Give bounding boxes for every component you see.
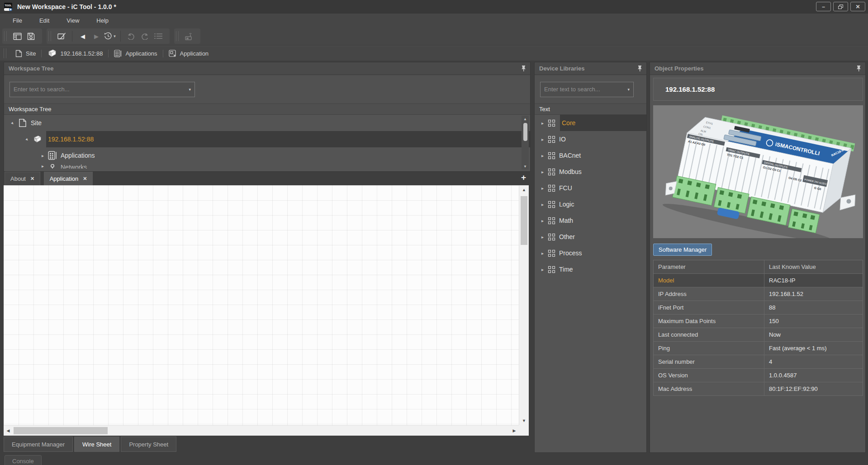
pin-icon[interactable] [637,65,643,72]
tab-close-icon[interactable]: ✕ [30,176,34,182]
scrollbar-thumb[interactable] [523,123,527,141]
wire-sheet-canvas[interactable] [4,185,519,425]
library-item-time[interactable]: ▸ Time [535,261,646,277]
expander-icon[interactable]: ▸ [39,153,46,158]
breadcrumb-grip[interactable] [4,48,6,58]
expander-icon[interactable]: ▸ [539,121,546,126]
pin-icon[interactable] [521,65,526,72]
button-label: Software Manager [659,246,707,253]
breadcrumb-applications[interactable]: Applications [114,50,157,57]
library-item-math[interactable]: ▸ Math [535,212,646,229]
breadcrumb-site[interactable]: Site [15,50,36,57]
expander-icon[interactable]: ▸ [539,186,546,191]
search-dropdown-caret[interactable]: ▾ [627,87,630,92]
scrollbar-thumb[interactable] [521,196,527,245]
menu-edit[interactable]: Edit [39,17,49,24]
expander-icon[interactable]: ▸ [23,135,31,143]
menu-file[interactable]: File [13,17,22,24]
edit-wire-sheet-button[interactable] [55,30,68,42]
tab-equipment-manager[interactable]: Equipment Manager [4,437,73,452]
table-row-last-connected[interactable]: Last connected Now [654,328,863,342]
tab-close-icon[interactable]: ✕ [83,176,87,182]
navigate-forward-button[interactable]: ▶ [90,30,103,42]
table-row-mac-address[interactable]: Mac Address 80:1F:12:EF:92:90 [654,382,863,396]
expander-icon[interactable]: ▸ [539,235,546,240]
table-row-model[interactable]: Model RAC18-IP [654,274,863,287]
param-value: RAC18-IP [764,274,863,287]
library-item-other[interactable]: ▸ Other [535,229,646,245]
library-item-bacnet[interactable]: ▸ BACnet [535,147,646,164]
menu-view[interactable]: View [66,17,79,24]
menu-help[interactable]: Help [96,17,109,24]
expander-icon[interactable]: ▸ [39,164,46,169]
scrollbar-thumb[interactable] [14,427,108,434]
table-row-ip-address[interactable]: IP Address 192.168.1.52 [654,287,863,301]
expander-icon[interactable]: ▸ [539,267,546,272]
scroll-left-arrow[interactable]: ◀ [4,426,13,436]
workspace-tree-scrollbar[interactable]: ▲ ▼ [522,116,529,169]
history-button[interactable]: ▾ [103,30,117,42]
table-row-ping[interactable]: Ping Fast (average < 1 ms) [654,342,863,355]
scroll-up-arrow[interactable]: ▲ [523,116,527,122]
expander-icon[interactable]: ▸ [539,153,546,158]
pin-icon[interactable] [856,65,862,72]
software-manager-button[interactable]: Software Manager [653,244,712,256]
toolbar-grip[interactable] [48,31,51,41]
undo-button[interactable] [124,30,138,42]
library-item-fcu[interactable]: ▸ FCU [535,180,646,196]
save-workspace-button[interactable] [24,30,38,42]
expander-icon[interactable]: ▸ [539,218,546,223]
tab-property-sheet[interactable]: Property Sheet [121,437,176,452]
library-search-input[interactable] [544,86,627,93]
tree-node-applications[interactable]: ▸ Applications [4,147,530,164]
restore-button[interactable] [833,2,848,11]
console-tab[interactable]: Console [5,455,42,465]
toolbar-grip[interactable] [176,31,179,41]
wire-sheet-edit-icon [57,33,66,40]
new-workspace-button[interactable] [10,30,24,42]
table-row-serial-number[interactable]: Serial number 4 [654,355,863,369]
table-row-os-version[interactable]: OS Version 1.0.0.4587 [654,369,863,382]
table-row-ifnet-port[interactable]: iFnet Port 88 [654,301,863,315]
device-discovery-button[interactable] [182,30,196,42]
scroll-down-arrow[interactable]: ▼ [523,163,527,169]
svg-text:TOOL: TOOL [5,4,12,7]
expander-icon[interactable]: ▸ [539,251,546,256]
library-item-logic[interactable]: ▸ Logic [535,196,646,212]
breadcrumb-device[interactable]: 192.168.1.52:88 [47,49,103,57]
library-item-modbus[interactable]: ▸ Modbus [535,164,646,180]
tab-about[interactable]: About ✕ [5,172,40,185]
expander-icon[interactable]: ▸ [539,202,546,207]
scroll-right-arrow[interactable]: ▶ [510,426,519,436]
expander-icon[interactable]: ▸ [9,119,17,127]
tab-application[interactable]: Application ✕ [44,172,93,185]
canvas-vertical-scrollbar[interactable]: ▲ ▼ [519,185,529,425]
library-item-core[interactable]: ▸ Core [535,115,646,131]
redo-icon [141,33,149,40]
param-name: OS Version [654,369,764,382]
expander-icon[interactable]: ▸ [539,137,546,142]
library-item-io[interactable]: ▸ IO [535,131,646,147]
expander-icon[interactable]: ▸ [539,169,546,174]
list-view-button[interactable] [152,30,165,42]
canvas-horizontal-scrollbar[interactable]: ◀ ▶ [4,425,519,436]
close-button[interactable]: ✕ [850,2,865,11]
workspace-search-input[interactable] [14,86,189,93]
tab-wire-sheet[interactable]: Wire Sheet [74,437,119,452]
navigate-back-button[interactable]: ◀ [76,30,90,42]
search-dropdown-caret[interactable]: ▾ [189,87,191,92]
add-tab-button[interactable]: + [521,173,526,183]
library-item-process[interactable]: ▸ Process [535,245,646,261]
minimize-button[interactable]: – [816,2,831,11]
tree-node-networks-clipped[interactable]: ▸ Networks [4,164,530,169]
breadcrumb-application[interactable]: Application [169,50,209,57]
tree-node-device-selected[interactable]: ▸ 192.168.1.52:88 [4,131,530,147]
scroll-down-arrow[interactable]: ▼ [519,416,529,425]
library-item-label: Modbus [559,168,585,175]
scroll-up-arrow[interactable]: ▲ [519,185,529,194]
tree-node-site[interactable]: ▸ Site [4,115,530,131]
toolbar-grip[interactable] [4,31,7,41]
table-row-max-data-points[interactable]: Maximum Data Points 150 [654,315,863,328]
history-dropdown-caret[interactable]: ▾ [114,34,116,38]
redo-button[interactable] [138,30,152,42]
